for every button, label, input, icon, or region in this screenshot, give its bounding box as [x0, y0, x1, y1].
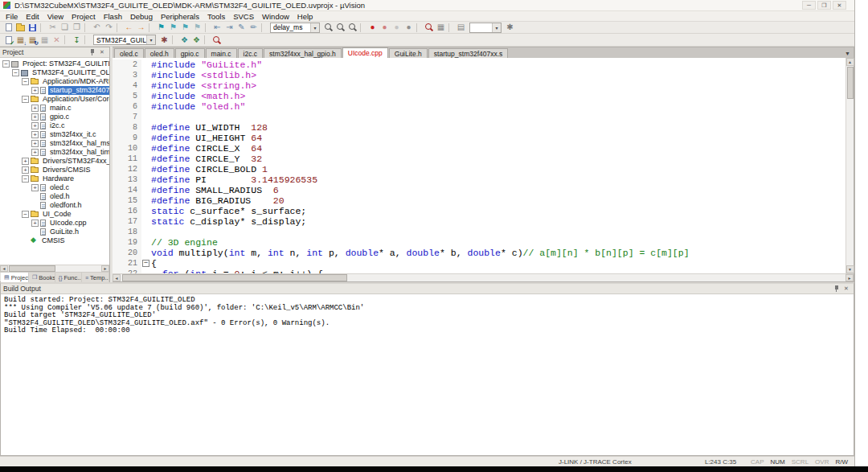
code-line[interactable]: 15#define BIG_RADIUS 20 [113, 195, 845, 206]
copy-icon[interactable]: ❏ [59, 23, 71, 33]
redo-icon[interactable]: ↷ [103, 23, 115, 33]
next-bookmark-icon[interactable]: ⚑ [179, 23, 191, 33]
expand-box[interactable]: + [31, 113, 39, 121]
tree-item[interactable]: −Application/User/Core [0, 95, 109, 104]
expand-box[interactable]: + [31, 140, 39, 147]
editor-tab[interactable]: startup_stm32f407xx.s [428, 48, 509, 58]
code-line[interactable]: 12#define CIRCLE_BOLD 1 [113, 164, 845, 174]
open-file-icon[interactable] [14, 23, 27, 33]
tree-item[interactable]: CMSIS [0, 236, 109, 245]
translate-file-icon[interactable]: ✓ [2, 35, 14, 45]
project-panel-hscrollbar[interactable]: ◄ ► [0, 265, 109, 272]
expand-box[interactable]: + [31, 122, 39, 129]
tree-item[interactable]: +stm32f4xx_hal_timebase_tim.c [0, 148, 109, 157]
editor-hscrollbar[interactable]: ◄ ► [113, 273, 854, 281]
menu-view[interactable]: View [43, 12, 68, 21]
kill-breakpoints-icon[interactable]: ● [403, 23, 415, 33]
find-in-files-icon[interactable] [322, 23, 334, 33]
tree-item[interactable]: +stm32f4xx_hal_msp.c [0, 139, 109, 148]
stop-build-icon[interactable]: ✕ [51, 35, 63, 45]
scroll-thumb[interactable] [122, 274, 347, 281]
code-line[interactable]: 14#define SMALL_RADIUS 6 [113, 185, 845, 195]
debug-session-icon[interactable] [211, 35, 223, 45]
batch-build-icon[interactable]: ▦ [39, 35, 51, 45]
scroll-up-icon[interactable]: ▲ [846, 58, 854, 66]
comment-icon[interactable]: ✎ [235, 23, 248, 33]
expand-box[interactable]: + [31, 220, 39, 227]
tree-item[interactable]: −Project: STM32F4_GUILITE_OLED [0, 60, 109, 68]
fold-collapse-box[interactable]: − [142, 260, 149, 267]
undo-icon[interactable]: ↶ [91, 23, 103, 33]
menu-peripherals[interactable]: Peripherals [157, 12, 203, 21]
tree-item[interactable]: −STM32F4_GUILITE_OLED [0, 68, 109, 77]
tree-item[interactable]: oled.h [0, 192, 109, 201]
find-icon[interactable] [334, 23, 346, 33]
navigate-back-icon[interactable]: ← [123, 23, 135, 33]
close-button[interactable]: ✕ [833, 1, 846, 10]
cut-icon[interactable]: ✂ [47, 23, 59, 33]
save-icon[interactable] [27, 23, 39, 33]
code-line[interactable]: 11#define CIRCLE_Y 32 [113, 154, 845, 164]
enable-breakpoint-icon[interactable]: ● [379, 23, 391, 33]
expand-box[interactable]: + [31, 87, 39, 94]
disable-breakpoints-icon[interactable]: ● [391, 23, 403, 33]
tree-item[interactable]: +Drivers/STM32F4xx_HAL_Driver [0, 157, 109, 166]
toggle-bookmark-icon[interactable]: ⚑ [155, 23, 167, 33]
tab-list-dropdown[interactable]: ▼ [845, 51, 854, 58]
pin-panel-button[interactable] [832, 285, 841, 293]
collapse-box[interactable]: − [22, 175, 29, 183]
expand-box[interactable]: + [31, 131, 39, 138]
tree-item[interactable]: +i2c.c [0, 121, 109, 130]
menu-flash[interactable]: Flash [100, 12, 126, 21]
tree-item[interactable]: −Application/MDK-ARM [0, 77, 109, 86]
editor-tab[interactable]: GuiLite.h [389, 48, 428, 58]
menu-help[interactable]: Help [293, 12, 317, 21]
code-line[interactable]: 20void multiply(int m, int n, int p, dou… [113, 248, 845, 258]
editor-tab[interactable]: oled.c [114, 48, 144, 58]
tree-item[interactable]: +UIcode.cpp [0, 219, 109, 228]
manage-rte-icon[interactable]: ❖ [190, 35, 203, 45]
menu-project[interactable]: Project [68, 12, 100, 21]
chevron-down-icon[interactable]: ▾ [492, 23, 501, 32]
expand-box[interactable]: + [22, 166, 29, 174]
close-panel-button[interactable]: ✕ [841, 285, 851, 293]
editor-tab[interactable]: UIcode.cpp [342, 47, 388, 58]
tree-item[interactable]: GuiLite.h [0, 228, 109, 236]
insert-breakpoint-icon[interactable]: ● [366, 23, 379, 33]
code-line[interactable]: 7 [113, 112, 845, 122]
menu-debug[interactable]: Debug [126, 12, 157, 21]
find-text-combobox[interactable]: delay_ms▾ [270, 23, 320, 33]
code-line[interactable]: 3#include <stdlib.h> [113, 70, 845, 80]
expand-box[interactable]: + [31, 149, 39, 156]
paste-icon[interactable]: ❐ [71, 23, 83, 33]
collapse-box[interactable]: − [2, 60, 10, 68]
scroll-track[interactable] [8, 265, 101, 272]
scroll-track[interactable] [121, 274, 845, 281]
menu-edit[interactable]: Edit [22, 12, 43, 21]
editor-vscrollbar[interactable]: ▲ ▼ [845, 58, 854, 273]
scroll-thumb[interactable] [9, 265, 55, 272]
maximize-button[interactable]: ❐ [817, 1, 831, 10]
tree-item[interactable]: +Drivers/CMSIS [0, 166, 109, 174]
code-line[interactable]: 4#include <string.h> [113, 80, 845, 91]
clear-bookmarks-icon[interactable]: ⚑ [191, 23, 203, 33]
collapse-box[interactable]: − [22, 96, 29, 103]
menu-tools[interactable]: Tools [203, 12, 229, 21]
panel-tab-temp[interactable]: ≡Temp... [82, 273, 109, 282]
chevron-down-icon[interactable]: ▾ [310, 23, 319, 32]
menu-file[interactable]: File [2, 12, 22, 21]
code-line[interactable]: 13#define PI 3.1415926535 [113, 174, 845, 185]
menu-window[interactable]: Window [258, 12, 293, 21]
menu-svcs[interactable]: SVCS [229, 12, 258, 21]
collapse-box[interactable]: − [22, 211, 29, 218]
collapse-box[interactable]: − [12, 69, 19, 76]
expand-box[interactable]: + [31, 105, 39, 112]
file-extensions-icon[interactable]: ❖ [178, 35, 190, 45]
new-file-icon[interactable] [2, 23, 14, 33]
panel-tab-project[interactable]: ▤Project [1, 273, 29, 282]
expand-box[interactable]: + [31, 184, 39, 191]
code-line[interactable]: 16static c_surface* s_surface; [113, 206, 845, 216]
code-line[interactable]: 8#define UI_WIDTH 128 [113, 122, 845, 133]
previous-bookmark-icon[interactable]: ⚑ [167, 23, 179, 33]
code-line[interactable]: 9#define UI_HEIGHT 64 [113, 133, 845, 143]
